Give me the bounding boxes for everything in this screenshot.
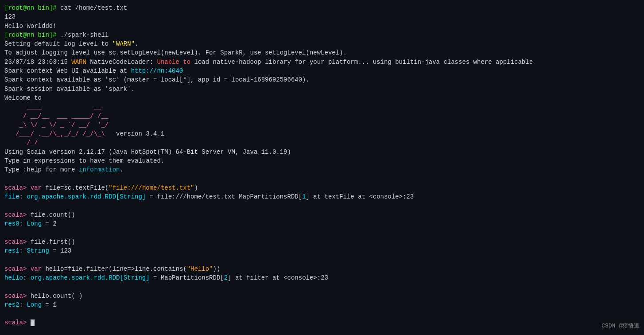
line-28: hello: org.apache.spark.rdd.RDD[String] …	[4, 273, 640, 282]
line-5: Setting default log level to "WARN".	[4, 39, 640, 48]
line-31: scala>	[4, 318, 640, 327]
line-7: 23/07/18 23:03:15 WARN NativeCodeLoader:…	[4, 58, 640, 66]
line-10: Spark session available as 'spark'.	[4, 85, 640, 93]
line-30: res2: Long = 1	[4, 300, 640, 309]
line-blank-3	[4, 228, 640, 237]
line-6: To adjust logging level use sc.setLogLev…	[4, 48, 640, 57]
terminal: [root@nn bin]# cat /home/test.txt 123 He…	[0, 0, 644, 335]
cursor	[31, 319, 35, 326]
line-11: Welcome to	[4, 93, 640, 102]
line-9: Spark context available as 'sc' (master …	[4, 75, 640, 84]
line-12: ____ __	[4, 102, 640, 111]
line-4: [root@nn bin]# ./spark-shell	[4, 31, 640, 39]
line-15: /___/ .__/\_,_/_/ /_/\_\ version 3.4.1	[4, 129, 640, 138]
line-27: scala> var hello=file.filter(line=>line.…	[4, 265, 640, 273]
line-24: res0: Long = 2	[4, 219, 640, 228]
line-blank-4	[4, 255, 640, 264]
line-25: scala> file.first()	[4, 238, 640, 246]
line-29: scala> hello.count( )	[4, 292, 640, 300]
line-19: Type in expressions to have them evaluat…	[4, 156, 640, 165]
line-14: _\ \/ _ \/ _ `/ __/ '_/	[4, 121, 640, 129]
line-26: res1: String = 123	[4, 246, 640, 255]
line-1: [root@nn bin]# cat /home/test.txt	[4, 4, 640, 12]
line-blank-5	[4, 282, 640, 291]
line-21: scala> var file=sc.textFile("file:///hom…	[4, 183, 640, 192]
line-20: Type :help for more information.	[4, 165, 640, 174]
line-22: file: org.apache.spark.rdd.RDD[String] =…	[4, 192, 640, 201]
line-3: Hello Worlddd!	[4, 22, 640, 31]
line-8: Spark context Web UI available at http:/…	[4, 66, 640, 75]
line-blank-2	[4, 202, 640, 210]
line-blank-1	[4, 175, 640, 183]
line-18: Using Scala version 2.12.17 (Java HotSpo…	[4, 148, 640, 156]
line-16: /_/	[4, 138, 640, 147]
watermark: CSDN @猪悟道	[601, 322, 640, 331]
line-blank-6	[4, 309, 640, 318]
line-2: 123	[4, 12, 640, 21]
line-13: / __/__ ___ _____/ /__	[4, 112, 640, 121]
line-23: scala> file.count()	[4, 210, 640, 219]
